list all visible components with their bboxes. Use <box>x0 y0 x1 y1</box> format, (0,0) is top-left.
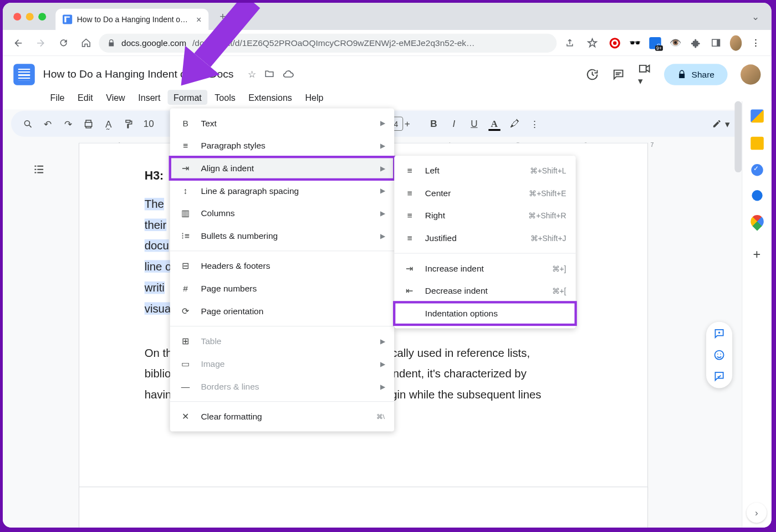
format-menu-item[interactable]: BText▶ <box>170 112 394 135</box>
bold-icon[interactable]: B <box>426 115 442 132</box>
format-menu-item[interactable]: ≡Paragraph styles▶ <box>170 135 394 157</box>
align-menu-item[interactable]: ≡Justified⌘+Shift+J <box>394 227 575 249</box>
extension-badge-icon[interactable]: G9+ <box>649 37 661 49</box>
menu-item-label: Borders & lines <box>201 382 259 391</box>
vertical-ruler[interactable] <box>3 143 13 528</box>
align-menu-item[interactable]: ⇥Increase indent⌘+] <box>394 257 575 280</box>
comments-icon[interactable] <box>612 68 625 81</box>
align-menu-item[interactable]: ≡Right⌘+Shift+R <box>394 204 575 227</box>
menu-tools[interactable]: Tools <box>209 90 242 105</box>
emoji-react-icon[interactable] <box>713 349 725 361</box>
body-text: visua <box>145 302 171 314</box>
underline-icon[interactable]: U <box>466 115 482 132</box>
browser-tab-strip: How to Do a Hanging Indent o… × + ⌄ <box>3 3 772 30</box>
expand-side-panel-icon[interactable]: › <box>747 503 767 523</box>
home-button[interactable] <box>76 33 95 52</box>
suggest-edits-icon[interactable] <box>713 370 725 382</box>
align-menu-item[interactable]: Indentation options <box>394 302 575 325</box>
keep-icon[interactable] <box>751 137 764 150</box>
zoom-icon[interactable]: 10 <box>140 115 157 132</box>
chrome-menu-icon[interactable]: ⋮ <box>750 37 762 49</box>
scrollbar-thumb[interactable] <box>734 101 742 172</box>
add-addon-icon[interactable]: + <box>753 247 761 263</box>
menu-item-label: Bullets & numbering <box>201 231 278 241</box>
menu-insert[interactable]: Insert <box>132 90 167 105</box>
menu-help[interactable]: Help <box>299 90 329 105</box>
search-menus-icon[interactable] <box>19 115 36 132</box>
document-outline-icon[interactable] <box>33 163 46 176</box>
contacts-icon[interactable] <box>752 190 762 201</box>
document-page[interactable] <box>79 487 648 528</box>
font-size-increase[interactable]: + <box>405 119 410 129</box>
format-menu-item[interactable]: ⟳Page orientation <box>170 300 394 323</box>
bookmark-star-icon[interactable] <box>583 33 601 52</box>
maps-icon[interactable] <box>748 212 766 231</box>
share-button[interactable]: Share <box>664 64 727 85</box>
align-menu-item[interactable]: ≡Left⌘+Shift+L <box>394 159 575 182</box>
close-tab-icon[interactable]: × <box>196 14 201 24</box>
body-text: havin <box>145 388 172 401</box>
format-menu-item[interactable]: ⁝≡Bullets & numbering▶ <box>170 224 394 247</box>
menu-extensions[interactable]: Extensions <box>243 90 298 105</box>
editing-mode-button[interactable]: ▾ <box>706 118 736 129</box>
body-text: writi <box>145 281 165 293</box>
menu-view[interactable]: View <box>100 90 131 105</box>
undo-icon[interactable]: ↶ <box>39 115 56 132</box>
cloud-status-icon[interactable] <box>283 69 294 80</box>
align-menu-item[interactable]: ≡Center⌘+Shift+E <box>394 182 575 204</box>
sidepanel-icon[interactable] <box>709 37 721 49</box>
ublock-icon[interactable] <box>609 37 621 49</box>
menu-file[interactable]: File <box>44 90 70 105</box>
account-avatar[interactable] <box>741 64 760 84</box>
menu-item-label: Right <box>425 211 445 221</box>
spellcheck-icon[interactable]: A̰ <box>100 115 116 132</box>
menu-item-icon: ✕ <box>180 412 191 421</box>
share-url-icon[interactable] <box>560 33 579 52</box>
redo-icon[interactable]: ↷ <box>60 115 76 132</box>
menu-item-icon: ▥ <box>180 208 191 218</box>
menu-item-label: Left <box>425 166 440 175</box>
history-icon[interactable] <box>586 68 599 81</box>
menu-item-label: Clear formatting <box>201 412 262 421</box>
paint-format-icon[interactable] <box>120 115 137 132</box>
back-button[interactable] <box>9 33 28 52</box>
extensions-puzzle-icon[interactable] <box>690 37 701 49</box>
format-menu-item[interactable]: #Page numbers <box>170 277 394 300</box>
reload-button[interactable] <box>54 33 73 52</box>
text-color-icon[interactable]: A <box>486 115 503 132</box>
menu-item-label: Center <box>425 188 451 198</box>
more-tools-icon[interactable]: ⋮ <box>526 115 543 132</box>
format-menu-item[interactable]: ✕Clear formatting⌘\ <box>170 406 394 428</box>
italic-icon[interactable]: I <box>446 115 462 132</box>
docs-logo-icon[interactable] <box>13 64 35 85</box>
menu-edit[interactable]: Edit <box>72 90 99 105</box>
svg-point-3 <box>715 351 724 360</box>
window-controls[interactable] <box>10 4 52 29</box>
print-icon[interactable] <box>80 115 96 132</box>
body-text: On th <box>145 346 172 359</box>
browser-tab[interactable]: How to Do a Hanging Indent o… × <box>55 9 208 30</box>
extension-icon[interactable]: 🕶️ <box>629 37 641 49</box>
body-text: The <box>145 198 164 210</box>
body-text: indent, it's characterized by <box>390 367 527 380</box>
tasks-icon[interactable] <box>751 164 763 176</box>
extension-icon[interactable]: 👁️ <box>670 37 681 49</box>
calendar-icon[interactable] <box>751 110 764 123</box>
add-comment-icon[interactable] <box>713 328 725 339</box>
tabs-overflow-icon[interactable]: ⌄ <box>747 11 764 22</box>
star-icon[interactable]: ☆ <box>248 69 256 80</box>
format-menu-item[interactable]: ⊟Headers & footers <box>170 255 394 278</box>
align-menu-item[interactable]: ⇤Decrease indent⌘+[ <box>394 280 575 303</box>
format-menu-item[interactable]: ⇥Align & indent▶ <box>170 157 394 180</box>
meet-icon[interactable]: ▾ <box>638 62 651 86</box>
menu-item-label: Increase indent <box>425 264 484 273</box>
menu-item-icon: ⁝≡ <box>180 231 191 241</box>
move-icon[interactable] <box>264 69 274 80</box>
profile-avatar[interactable] <box>730 37 742 49</box>
menu-item-icon: ≡ <box>404 211 415 221</box>
highlight-icon[interactable]: 🖍 <box>506 115 523 132</box>
address-bar[interactable]: docs.google.com/document/d/1EZ6Q52PROaOQ… <box>99 33 557 52</box>
menu-item-icon: ≡ <box>180 141 191 150</box>
format-menu-item[interactable]: ▥Columns▶ <box>170 202 394 225</box>
format-menu-item[interactable]: ↕Line & paragraph spacing▶ <box>170 180 394 202</box>
